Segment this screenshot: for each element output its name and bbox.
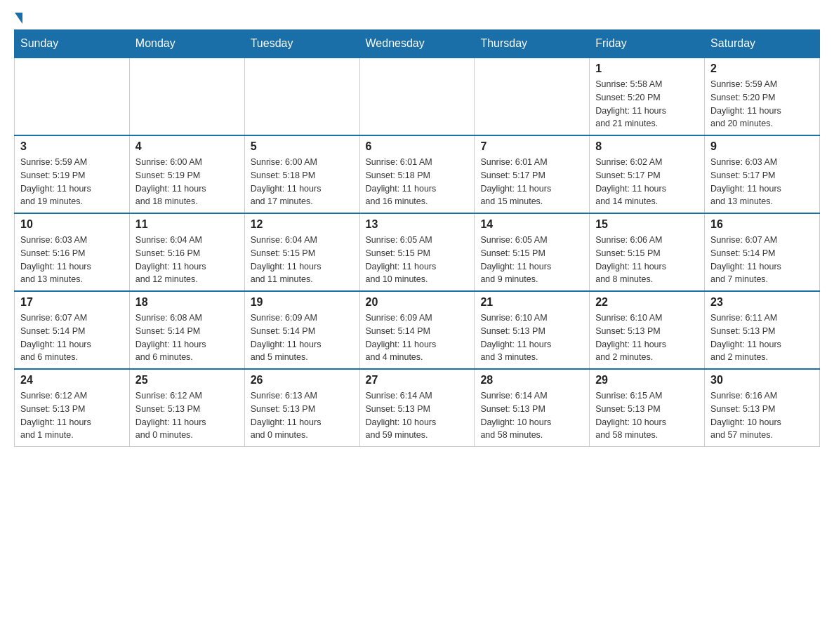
day-info: Sunrise: 6:04 AMSunset: 5:16 PMDaylight:… [135,234,239,286]
day-number: 14 [480,218,583,231]
day-info: Sunrise: 5:59 AMSunset: 5:20 PMDaylight:… [710,78,814,130]
day-number: 20 [366,296,469,309]
day-info: Sunrise: 6:01 AMSunset: 5:17 PMDaylight:… [480,156,583,208]
day-info: Sunrise: 6:15 AMSunset: 5:13 PMDaylight:… [595,389,699,442]
day-info: Sunrise: 6:12 AMSunset: 5:13 PMDaylight:… [20,389,124,442]
day-info: Sunrise: 6:04 AMSunset: 5:15 PMDaylight:… [251,234,354,286]
calendar-cell [244,58,359,135]
calendar-cell: 14Sunrise: 6:05 AMSunset: 5:15 PMDayligh… [475,213,590,291]
day-number: 30 [710,374,814,387]
day-info: Sunrise: 6:02 AMSunset: 5:17 PMDaylight:… [595,156,699,208]
calendar-cell [475,58,590,135]
calendar-week-3: 10Sunrise: 6:03 AMSunset: 5:16 PMDayligh… [15,213,820,291]
day-number: 25 [135,374,239,387]
day-number: 17 [20,296,124,309]
calendar-cell: 20Sunrise: 6:09 AMSunset: 5:14 PMDayligh… [359,291,475,369]
calendar-cell [359,58,475,135]
calendar-cell [15,58,130,135]
day-info: Sunrise: 6:13 AMSunset: 5:13 PMDaylight:… [251,389,354,442]
col-monday: Monday [129,30,244,58]
day-number: 22 [595,296,699,309]
calendar-cell: 12Sunrise: 6:04 AMSunset: 5:15 PMDayligh… [244,213,359,291]
calendar-cell: 17Sunrise: 6:07 AMSunset: 5:14 PMDayligh… [15,291,130,369]
day-number: 28 [480,374,583,387]
day-info: Sunrise: 6:03 AMSunset: 5:17 PMDaylight:… [710,156,814,208]
day-number: 4 [135,140,239,153]
calendar-cell: 15Sunrise: 6:06 AMSunset: 5:15 PMDayligh… [590,213,705,291]
day-info: Sunrise: 6:07 AMSunset: 5:14 PMDaylight:… [20,311,124,364]
day-number: 13 [366,218,469,231]
page-header [14,14,820,22]
day-number: 5 [251,140,354,153]
col-thursday: Thursday [475,30,590,58]
calendar-cell: 13Sunrise: 6:05 AMSunset: 5:15 PMDayligh… [359,213,475,291]
day-number: 12 [251,218,354,231]
day-number: 21 [480,296,583,309]
day-info: Sunrise: 6:07 AMSunset: 5:14 PMDaylight:… [710,234,814,286]
calendar-header-row: Sunday Monday Tuesday Wednesday Thursday… [15,30,820,58]
calendar-cell: 2Sunrise: 5:59 AMSunset: 5:20 PMDaylight… [705,58,820,135]
calendar-cell: 11Sunrise: 6:04 AMSunset: 5:16 PMDayligh… [129,213,244,291]
day-info: Sunrise: 6:00 AMSunset: 5:19 PMDaylight:… [135,156,239,208]
calendar-cell: 21Sunrise: 6:10 AMSunset: 5:13 PMDayligh… [475,291,590,369]
col-saturday: Saturday [705,30,820,58]
day-number: 3 [20,140,124,153]
day-info: Sunrise: 6:08 AMSunset: 5:14 PMDaylight:… [135,311,239,364]
calendar-cell: 25Sunrise: 6:12 AMSunset: 5:13 PMDayligh… [129,369,244,447]
day-info: Sunrise: 6:10 AMSunset: 5:13 PMDaylight:… [595,311,699,364]
calendar-cell: 6Sunrise: 6:01 AMSunset: 5:18 PMDaylight… [359,135,475,213]
day-info: Sunrise: 5:59 AMSunset: 5:19 PMDaylight:… [20,156,124,208]
day-number: 23 [710,296,814,309]
calendar-cell: 29Sunrise: 6:15 AMSunset: 5:13 PMDayligh… [590,369,705,447]
day-info: Sunrise: 6:03 AMSunset: 5:16 PMDaylight:… [20,234,124,286]
day-number: 29 [595,374,699,387]
logo-arrow-icon [15,13,22,24]
calendar-cell: 9Sunrise: 6:03 AMSunset: 5:17 PMDaylight… [705,135,820,213]
calendar-cell: 30Sunrise: 6:16 AMSunset: 5:13 PMDayligh… [705,369,820,447]
calendar-week-2: 3Sunrise: 5:59 AMSunset: 5:19 PMDaylight… [15,135,820,213]
day-info: Sunrise: 6:09 AMSunset: 5:14 PMDaylight:… [366,311,469,364]
calendar-cell: 23Sunrise: 6:11 AMSunset: 5:13 PMDayligh… [705,291,820,369]
day-number: 19 [251,296,354,309]
day-number: 7 [480,140,583,153]
calendar-cell: 16Sunrise: 6:07 AMSunset: 5:14 PMDayligh… [705,213,820,291]
day-number: 6 [366,140,469,153]
day-info: Sunrise: 6:14 AMSunset: 5:13 PMDaylight:… [480,389,583,442]
day-info: Sunrise: 6:05 AMSunset: 5:15 PMDaylight:… [366,234,469,286]
day-info: Sunrise: 6:14 AMSunset: 5:13 PMDaylight:… [366,389,469,442]
logo [14,14,22,22]
day-info: Sunrise: 6:05 AMSunset: 5:15 PMDaylight:… [480,234,583,286]
calendar-cell: 1Sunrise: 5:58 AMSunset: 5:20 PMDaylight… [590,58,705,135]
calendar-week-4: 17Sunrise: 6:07 AMSunset: 5:14 PMDayligh… [15,291,820,369]
day-info: Sunrise: 6:16 AMSunset: 5:13 PMDaylight:… [710,389,814,442]
calendar-cell: 22Sunrise: 6:10 AMSunset: 5:13 PMDayligh… [590,291,705,369]
day-number: 1 [595,62,699,75]
calendar-table: Sunday Monday Tuesday Wednesday Thursday… [14,29,820,447]
day-info: Sunrise: 6:06 AMSunset: 5:15 PMDaylight:… [595,234,699,286]
day-number: 15 [595,218,699,231]
day-number: 18 [135,296,239,309]
calendar-cell: 26Sunrise: 6:13 AMSunset: 5:13 PMDayligh… [244,369,359,447]
calendar-week-1: 1Sunrise: 5:58 AMSunset: 5:20 PMDaylight… [15,58,820,135]
day-number: 10 [20,218,124,231]
day-number: 16 [710,218,814,231]
calendar-cell: 8Sunrise: 6:02 AMSunset: 5:17 PMDaylight… [590,135,705,213]
calendar-cell: 7Sunrise: 6:01 AMSunset: 5:17 PMDaylight… [475,135,590,213]
day-number: 8 [595,140,699,153]
calendar-cell: 5Sunrise: 6:00 AMSunset: 5:18 PMDaylight… [244,135,359,213]
day-info: Sunrise: 5:58 AMSunset: 5:20 PMDaylight:… [595,78,699,130]
day-info: Sunrise: 6:09 AMSunset: 5:14 PMDaylight:… [251,311,354,364]
col-tuesday: Tuesday [244,30,359,58]
day-number: 26 [251,374,354,387]
day-info: Sunrise: 6:01 AMSunset: 5:18 PMDaylight:… [366,156,469,208]
calendar-cell: 10Sunrise: 6:03 AMSunset: 5:16 PMDayligh… [15,213,130,291]
calendar-cell: 3Sunrise: 5:59 AMSunset: 5:19 PMDaylight… [15,135,130,213]
calendar-week-5: 24Sunrise: 6:12 AMSunset: 5:13 PMDayligh… [15,369,820,447]
calendar-cell: 27Sunrise: 6:14 AMSunset: 5:13 PMDayligh… [359,369,475,447]
day-info: Sunrise: 6:10 AMSunset: 5:13 PMDaylight:… [480,311,583,364]
day-number: 24 [20,374,124,387]
calendar-cell: 24Sunrise: 6:12 AMSunset: 5:13 PMDayligh… [15,369,130,447]
calendar-cell: 19Sunrise: 6:09 AMSunset: 5:14 PMDayligh… [244,291,359,369]
col-friday: Friday [590,30,705,58]
calendar-cell: 18Sunrise: 6:08 AMSunset: 5:14 PMDayligh… [129,291,244,369]
